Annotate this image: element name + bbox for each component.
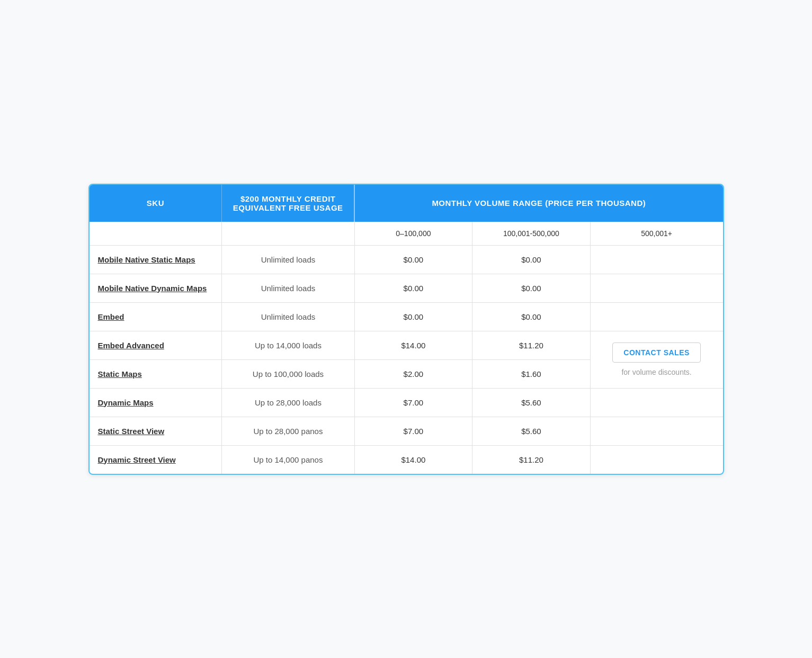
range-1-header: 0–100,000 — [354, 222, 472, 246]
row-price1-cell: $2.00 — [354, 359, 472, 388]
table-row: Dynamic Street View Up to 14,000 panos $… — [90, 445, 723, 474]
range-2-header: 100,001-500,000 — [472, 222, 591, 246]
row-price2-cell: $0.00 — [472, 274, 591, 302]
credit-header: $200 MONTHLY CREDIT EQUIVALENT FREE USAG… — [222, 185, 354, 222]
sku-link-embed-advanced[interactable]: Embed Advanced — [98, 341, 164, 350]
row-free-usage-cell: Up to 28,000 loads — [222, 388, 354, 417]
contact-sales-container: CONTACT SALES for volume discounts. — [599, 342, 715, 376]
row-free-usage-cell: Up to 14,000 loads — [222, 331, 354, 359]
row-price2-cell: $0.00 — [472, 245, 591, 274]
row-price3-cell — [590, 245, 722, 274]
sku-link-static-maps[interactable]: Static Maps — [98, 369, 142, 378]
row-price1-cell: $7.00 — [354, 388, 472, 417]
row-price1-cell: $0.00 — [354, 274, 472, 302]
table-row: Embed Unlimited loads $0.00 $0.00 — [90, 302, 723, 331]
sku-link-mobile-native-static-maps[interactable]: Mobile Native Static Maps — [98, 255, 195, 264]
row-sku-cell: Dynamic Street View — [90, 445, 222, 474]
subheader-sku-cell — [90, 222, 222, 246]
table-row: Static Street View Up to 28,000 panos $7… — [90, 417, 723, 445]
sku-link-embed[interactable]: Embed — [98, 312, 124, 321]
contact-sales-button[interactable]: CONTACT SALES — [612, 342, 700, 363]
row-sku-cell: Static Maps — [90, 359, 222, 388]
row-price1-cell: $14.00 — [354, 331, 472, 359]
sku-link-static-street-view[interactable]: Static Street View — [98, 427, 165, 436]
row-free-usage-cell: Unlimited loads — [222, 302, 354, 331]
row-price2-cell: $11.20 — [472, 445, 591, 474]
monthly-range-header: MONTHLY VOLUME RANGE (PRICE PER THOUSAND… — [354, 185, 722, 222]
row-price3-cell — [590, 302, 722, 331]
row-price2-cell: $1.60 — [472, 359, 591, 388]
row-sku-cell: Dynamic Maps — [90, 388, 222, 417]
row-sku-cell: Mobile Native Dynamic Maps — [90, 274, 222, 302]
sku-link-dynamic-maps[interactable]: Dynamic Maps — [98, 398, 154, 407]
row-price3-cell — [590, 417, 722, 445]
row-sku-cell: Embed — [90, 302, 222, 331]
row-price2-cell: $0.00 — [472, 302, 591, 331]
sku-link-dynamic-street-view[interactable]: Dynamic Street View — [98, 455, 176, 464]
row-free-usage-cell: Up to 28,000 panos — [222, 417, 354, 445]
row-price3-cell — [590, 274, 722, 302]
range-3-header: 500,001+ — [590, 222, 722, 246]
row-free-usage-cell: Up to 14,000 panos — [222, 445, 354, 474]
table-row: Embed Advanced Up to 14,000 loads $14.00… — [90, 331, 723, 359]
pricing-table: SKU $200 MONTHLY CREDIT EQUIVALENT FREE … — [90, 185, 723, 474]
sku-link-mobile-native-dynamic-maps[interactable]: Mobile Native Dynamic Maps — [98, 284, 207, 293]
row-free-usage-cell: Up to 100,000 loads — [222, 359, 354, 388]
row-free-usage-cell: Unlimited loads — [222, 245, 354, 274]
row-sku-cell: Static Street View — [90, 417, 222, 445]
row-sku-cell: Mobile Native Static Maps — [90, 245, 222, 274]
row-price1-cell: $0.00 — [354, 245, 472, 274]
sku-header: SKU — [90, 185, 222, 222]
row-price3-cell — [590, 445, 722, 474]
volume-range-subheader-row: 0–100,000 100,001-500,000 500,001+ — [90, 222, 723, 246]
row-price1-cell: $7.00 — [354, 417, 472, 445]
row-price1-cell: $14.00 — [354, 445, 472, 474]
row-price3-cell — [590, 388, 722, 417]
table-row: Dynamic Maps Up to 28,000 loads $7.00 $5… — [90, 388, 723, 417]
row-sku-cell: Embed Advanced — [90, 331, 222, 359]
row-free-usage-cell: Unlimited loads — [222, 274, 354, 302]
row-price2-cell: $11.20 — [472, 331, 591, 359]
subheader-credit-cell — [222, 222, 354, 246]
table-row: Mobile Native Static Maps Unlimited load… — [90, 245, 723, 274]
row-price2-cell: $5.60 — [472, 388, 591, 417]
pricing-table-container: SKU $200 MONTHLY CREDIT EQUIVALENT FREE … — [88, 184, 724, 475]
contact-sales-cell: CONTACT SALES for volume discounts. — [590, 331, 722, 388]
table-row: Mobile Native Dynamic Maps Unlimited loa… — [90, 274, 723, 302]
row-price1-cell: $0.00 — [354, 302, 472, 331]
row-price2-cell: $5.60 — [472, 417, 591, 445]
contact-sales-sublabel: for volume discounts. — [621, 368, 691, 376]
